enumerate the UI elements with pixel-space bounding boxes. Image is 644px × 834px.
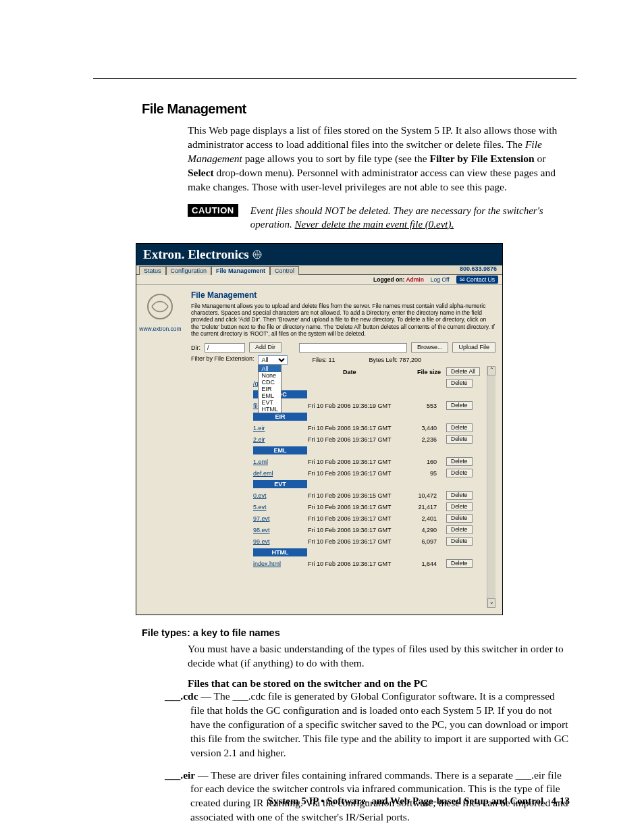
- dir-input[interactable]: [205, 343, 245, 353]
- delete-button[interactable]: Delete: [446, 379, 473, 388]
- panel-title: File Management: [191, 290, 495, 300]
- caution-badge: CAUTION: [188, 204, 238, 217]
- file-table: Files Date File size Delete All /gc2Dele…: [191, 366, 487, 569]
- brand-logo-icon: [145, 292, 175, 321]
- table-row: 97.evtFri 10 Feb 2006 19:36:17 GMT2,401D…: [191, 513, 487, 524]
- col-size[interactable]: File size: [406, 366, 444, 377]
- table-row: 2.eirFri 10 Feb 2006 19:36:17 GMT2,236De…: [191, 434, 487, 445]
- scroll-up-icon[interactable]: ⌃: [487, 366, 495, 375]
- file-link[interactable]: 5.evt: [253, 504, 267, 511]
- globe-icon: [252, 249, 263, 260]
- sidebar: www.extron.com: [136, 285, 184, 615]
- scroll-down-icon[interactable]: ⌄: [487, 598, 495, 608]
- delete-all-button[interactable]: Delete All: [446, 367, 480, 376]
- tab-file-management[interactable]: File Management: [211, 266, 270, 275]
- table-row: 1.emlFri 10 Feb 2006 19:36:17 GMT160Dele…: [191, 456, 487, 467]
- item-cdc: ___.cdc — The ___.cdc file is generated …: [165, 689, 570, 760]
- subsection-heading: Files that can be stored on the switcher…: [142, 677, 570, 689]
- table-row: 0.evtFri 10 Feb 2006 19:36:15 GMT10,472D…: [191, 490, 487, 501]
- section-heading-file-types: File types: a key to file names: [142, 627, 570, 638]
- filter-dropdown-list[interactable]: All None CDC EIR EML EVT HTML: [258, 365, 281, 413]
- file-link[interactable]: def.eml: [253, 470, 273, 477]
- file-link[interactable]: 99.evt: [253, 538, 270, 545]
- support-phone: 800.633.9876: [460, 265, 497, 272]
- table-row: def.emlFri 10 Feb 2006 19:36:17 GMT95Del…: [191, 467, 487, 479]
- table-row: 1.eirFri 10 Feb 2006 19:36:17 GMT3,440De…: [191, 422, 487, 434]
- sidebar-url[interactable]: www.extron.com: [139, 325, 182, 332]
- group-header: HTML: [253, 548, 307, 556]
- file-link[interactable]: 1.eml: [253, 459, 268, 465]
- col-date[interactable]: Date: [293, 366, 406, 377]
- group-header: EVT: [253, 480, 307, 488]
- tab-bar: Status Configuration File Management Con…: [136, 265, 502, 275]
- table-row: index.htmlFri 10 Feb 2006 19:36:17 GMT1,…: [191, 558, 487, 569]
- contact-us-button[interactable]: ✉ Contact Us: [456, 276, 498, 284]
- group-header: EML: [253, 446, 307, 454]
- table-row: /gc2Delete: [191, 377, 487, 389]
- caution-text: Event files should NOT be deleted. They …: [250, 204, 570, 232]
- bytes-left: Bytes Left: 787,200: [369, 357, 422, 363]
- table-row: 5.evtFri 10 Feb 2006 19:36:17 GMT21,417D…: [191, 501, 487, 513]
- delete-button[interactable]: Delete: [446, 469, 473, 477]
- filter-label: Filter by File Extension:: [191, 355, 254, 362]
- logged-on-label: Logged on: Admin: [373, 276, 424, 283]
- upload-path-input[interactable]: [299, 343, 407, 353]
- scrollbar[interactable]: ⌃ ⌄: [487, 366, 495, 608]
- tab-control[interactable]: Control: [270, 266, 299, 275]
- file-link[interactable]: index.html: [253, 561, 281, 567]
- delete-button[interactable]: Delete: [446, 423, 473, 432]
- table-row: 98.evtFri 10 Feb 2006 19:36:17 GMT4,290D…: [191, 524, 487, 536]
- file-link[interactable]: 97.evt: [253, 515, 270, 522]
- delete-button[interactable]: Delete: [446, 435, 473, 444]
- group-header: EIR: [253, 413, 307, 421]
- main-panel: File Management File Management allows y…: [184, 285, 502, 615]
- log-off-link[interactable]: Log Off: [431, 276, 450, 283]
- table-row: 99.evtFri 10 Feb 2006 19:36:17 GMT6,097D…: [191, 536, 487, 547]
- file-types-intro: You must have a basic understanding of t…: [142, 642, 570, 671]
- delete-button[interactable]: Delete: [446, 514, 473, 523]
- session-bar: Logged on: Admin Log Off ✉ Contact Us: [136, 275, 502, 285]
- delete-button[interactable]: Delete: [446, 401, 473, 410]
- delete-button[interactable]: Delete: [446, 491, 473, 500]
- delete-button[interactable]: Delete: [446, 502, 473, 511]
- app-screenshot: Extron. Electronics Status Configuration…: [136, 243, 503, 615]
- page-footer: System 5 IP • Software- and Web Page-bas…: [0, 796, 570, 807]
- add-dir-button[interactable]: Add Dir: [249, 342, 281, 353]
- upload-file-button[interactable]: Upload File: [452, 342, 495, 353]
- intro-paragraph: This Web page displays a list of files s…: [142, 124, 570, 194]
- file-link[interactable]: 1.eir: [253, 425, 265, 432]
- file-link[interactable]: 0.evt: [253, 492, 267, 499]
- file-link[interactable]: 98.evt: [253, 527, 270, 533]
- tab-configuration[interactable]: Configuration: [166, 266, 212, 275]
- svg-point-1: [148, 294, 172, 319]
- caution-block: CAUTION Event files should NOT be delete…: [188, 204, 570, 232]
- header-rule: [93, 78, 576, 79]
- tab-status[interactable]: Status: [139, 266, 166, 275]
- app-brand-header: Extron. Electronics: [136, 244, 502, 265]
- dir-label: Dir:: [191, 344, 200, 351]
- delete-button[interactable]: Delete: [446, 559, 473, 568]
- panel-description: File Management allows you to upload and…: [191, 303, 495, 337]
- filter-select[interactable]: All All None CDC EIR EML EVT HTML: [258, 355, 288, 365]
- delete-button[interactable]: Delete: [446, 525, 473, 534]
- table-row: filelog.cdcFri 10 Feb 2006 19:36:19 GMT5…: [191, 400, 487, 411]
- file-link[interactable]: 2.eir: [253, 436, 265, 443]
- browse-button[interactable]: Browse...: [411, 342, 449, 353]
- delete-button[interactable]: Delete: [446, 457, 473, 466]
- delete-button[interactable]: Delete: [446, 537, 473, 546]
- page-title: File Management: [142, 101, 570, 117]
- files-count: Files: 11: [312, 357, 335, 363]
